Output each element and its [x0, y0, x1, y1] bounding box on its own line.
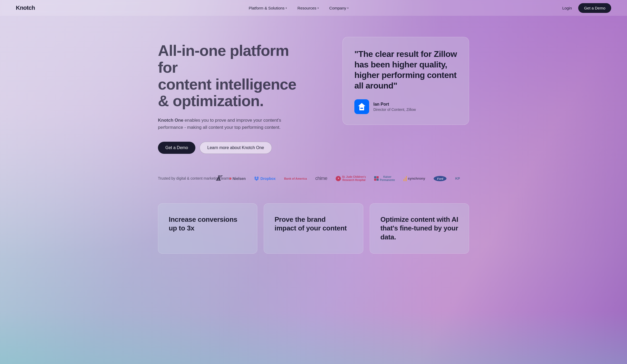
- chevron-down-icon: ▾: [286, 7, 287, 9]
- kp-logo: KP: [455, 175, 460, 182]
- login-link[interactable]: Login: [562, 6, 572, 10]
- feature-card-conversions[interactable]: Increase conversions up to 3x: [158, 203, 257, 254]
- logo[interactable]: Knotch: [16, 4, 35, 11]
- hero-content: All-in-one platform for content intellig…: [142, 16, 485, 170]
- author-title: Director of Content, Zillow: [373, 107, 416, 112]
- feature-card-brand[interactable]: Prove the brand impact of your content: [264, 203, 363, 254]
- ford-logo: Ford: [433, 175, 447, 182]
- nav-demo-button[interactable]: Get a Demo: [578, 3, 611, 13]
- stjude-icon: ✦: [336, 176, 341, 181]
- author-info: Ian Port Director of Content, Zillow: [373, 102, 416, 112]
- chevron-down-icon: ▾: [347, 7, 349, 9]
- kaiser-logo: KaiserPermanente: [374, 175, 395, 182]
- synchrony-logo: synchrony: [403, 175, 425, 182]
- feature-title-ai: Optimize content with AI that's fine-tun…: [380, 215, 458, 242]
- zillow-logo: [354, 99, 369, 114]
- feature-card-ai[interactable]: Optimize content with AI that's fine-tun…: [370, 203, 469, 254]
- bank-of-america-logo: Bank of America: [284, 175, 307, 182]
- headline-part2: content intelligence: [158, 76, 296, 93]
- get-demo-button[interactable]: Get a Demo: [158, 142, 195, 154]
- knotch-k-logo: 𝑲: [216, 175, 221, 182]
- learn-more-button[interactable]: Learn more about Knotch One: [200, 142, 272, 154]
- hero-buttons: Get a Demo Learn more about Knotch One: [158, 142, 306, 154]
- nielsen-dot: [229, 178, 231, 180]
- hero-section: All-in-one platform for content intellig…: [0, 0, 627, 364]
- hero-subtext: Knotch One enables you to prove and impr…: [158, 117, 306, 131]
- stjude-logo: ✦ St. Jude Children'sResearch Hospital: [336, 175, 366, 182]
- nav-item-platform[interactable]: Platform & Solutions ▾: [249, 6, 287, 10]
- kaiser-icon: [374, 176, 379, 181]
- dropbox-logo: Dropbox: [254, 175, 276, 182]
- headline-part3: & optimization.: [158, 92, 264, 109]
- author-name: Ian Port: [373, 102, 416, 107]
- hero-left: All-in-one platform for content intellig…: [158, 37, 306, 154]
- feature-title-conversions: Increase conversions up to 3x: [169, 215, 247, 233]
- nav-links: Platform & Solutions ▾ Resources ▾ Compa…: [249, 6, 349, 10]
- nav-actions: Login Get a Demo: [562, 3, 611, 13]
- navigation: Knotch Platform & Solutions ▾ Resources …: [0, 0, 627, 16]
- chevron-down-icon: ▾: [317, 7, 319, 9]
- nav-item-company[interactable]: Company ▾: [329, 6, 349, 10]
- bottom-gradient: [0, 311, 627, 364]
- hero-headline: All-in-one platform for content intellig…: [158, 42, 306, 109]
- trusted-logos: 𝑲 Nielsen Dr: [216, 175, 460, 182]
- sync-bars-icon: [403, 176, 407, 181]
- trusted-label: Trusted by digital & content marketing t…: [158, 176, 205, 181]
- headline-part1: All-in-one platform for: [158, 42, 289, 76]
- nielsen-logo: Nielsen: [229, 175, 246, 182]
- feature-title-brand: Prove the brand impact of your content: [274, 215, 352, 233]
- testimonial-quote: "The clear result for Zillow has been hi…: [354, 49, 457, 91]
- nav-item-resources[interactable]: Resources ▾: [297, 6, 319, 10]
- trusted-section: Trusted by digital & content marketing t…: [142, 170, 485, 198]
- testimonial-author: Ian Port Director of Content, Zillow: [354, 99, 457, 114]
- features-section: Increase conversions up to 3x Prove the …: [142, 198, 485, 275]
- svg-text:Ford: Ford: [437, 177, 443, 180]
- chime-logo: chime: [315, 175, 327, 182]
- hero-right: "The clear result for Zillow has been hi…: [343, 37, 469, 125]
- testimonial-card: "The clear result for Zillow has been hi…: [343, 37, 469, 125]
